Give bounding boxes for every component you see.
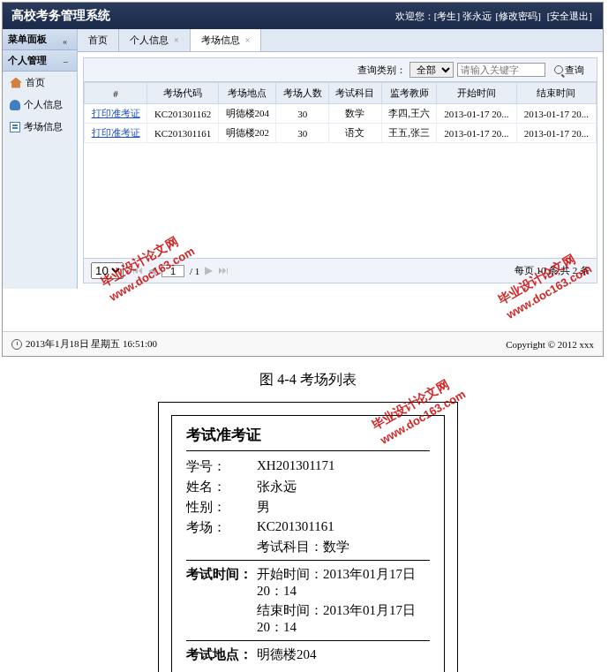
exam-table: # 考场代码 考场地点 考场人数 考试科目 监考教师 开始时间 结束时间 bbox=[84, 82, 597, 143]
tab-home[interactable]: 首页 bbox=[78, 29, 119, 51]
home-icon bbox=[10, 78, 22, 88]
ticket-title: 考试准考证 bbox=[186, 425, 430, 451]
app-title: 高校考务管理系统 bbox=[11, 8, 110, 24]
next-page-icon[interactable]: ▶ bbox=[205, 264, 213, 277]
col-start: 开始时间 bbox=[437, 83, 516, 104]
footer: 2013年1月18日 星期五 16:51:00 Copyright © 2012… bbox=[3, 331, 603, 356]
sidebar-item-home[interactable]: 首页 bbox=[3, 72, 77, 94]
page-size-select[interactable]: 10 bbox=[91, 262, 124, 279]
col-action: # bbox=[85, 83, 147, 104]
first-page-icon[interactable]: ⏮ bbox=[132, 264, 143, 277]
col-num: 考场人数 bbox=[276, 83, 329, 104]
pagination: 10 ⏮ ◀ / 1 ▶ ⏭ 每页 10 条,共 2 条 bbox=[84, 258, 597, 283]
print-ticket-link[interactable]: 打印准考证 bbox=[92, 108, 140, 118]
sidebar-item-personal[interactable]: 个人信息 bbox=[3, 94, 77, 116]
tab-personal[interactable]: 个人信息 × bbox=[119, 29, 191, 51]
sidebar-item-exam[interactable]: 考场信息 bbox=[3, 116, 77, 138]
page-input[interactable] bbox=[162, 265, 184, 277]
col-end: 结束时间 bbox=[516, 83, 596, 104]
minus-icon[interactable] bbox=[63, 57, 71, 65]
last-page-icon[interactable]: ⏭ bbox=[218, 264, 229, 277]
sidebar-group-header: 个人管理 bbox=[3, 50, 77, 72]
search-button[interactable]: 查询 bbox=[549, 63, 590, 78]
table-row[interactable]: 打印准考证 KC201301162 明德楼204 30 数学 李四,王六 201… bbox=[85, 104, 597, 124]
clock-icon bbox=[11, 339, 22, 350]
col-subject: 考试科目 bbox=[329, 83, 382, 104]
col-place: 考场地点 bbox=[219, 83, 276, 104]
col-code: 考场代码 bbox=[147, 83, 219, 104]
sidebar-panel-header: 菜单面板 bbox=[3, 29, 77, 50]
close-icon[interactable]: × bbox=[174, 35, 179, 45]
search-input[interactable] bbox=[457, 63, 545, 77]
figure-caption-1: 图 4-4 考场列表 bbox=[0, 359, 616, 402]
search-category-select[interactable]: 全部 bbox=[409, 62, 454, 78]
app-header: 高校考务管理系统 欢迎您：[考生] 张永远 [修改密码] [安全退出] bbox=[3, 3, 603, 29]
logout-link[interactable]: [安全退出] bbox=[547, 11, 592, 21]
tab-exam[interactable]: 考场信息 × bbox=[191, 29, 262, 51]
col-teacher: 监考教师 bbox=[381, 83, 437, 104]
doc-icon bbox=[10, 122, 20, 132]
close-icon[interactable]: × bbox=[245, 35, 251, 45]
table-row[interactable]: 打印准考证 KC201301161 明德楼202 30 语文 王五,张三 201… bbox=[85, 124, 597, 143]
pager-summary: 每页 10 条,共 2 条 bbox=[515, 264, 590, 277]
copyright: Copyright © 2012 xxx bbox=[506, 339, 594, 350]
ticket-card: 考试准考证 学号：XH201301171 姓名：张永远 性别：男 考场：KC20… bbox=[158, 402, 458, 672]
tab-bar: 首页 个人信息 × 考场信息 × bbox=[78, 29, 603, 52]
search-icon bbox=[554, 65, 563, 74]
header-user-area: 欢迎您：[考生] 张永远 [修改密码] [安全退出] bbox=[395, 10, 594, 23]
print-ticket-link[interactable]: 打印准考证 bbox=[92, 127, 140, 138]
main-area: 首页 个人信息 × 考场信息 × 查询类别： 全部 bbox=[78, 29, 603, 289]
sidebar: 菜单面板 个人管理 首页 个人信息 考场信息 bbox=[3, 29, 78, 289]
change-password-link[interactable]: [修改密码] bbox=[496, 11, 541, 21]
collapse-icon[interactable] bbox=[63, 35, 71, 44]
search-bar: 查询类别： 全部 查询 bbox=[84, 58, 597, 82]
person-icon bbox=[10, 100, 20, 110]
prev-page-icon[interactable]: ◀ bbox=[148, 264, 156, 277]
